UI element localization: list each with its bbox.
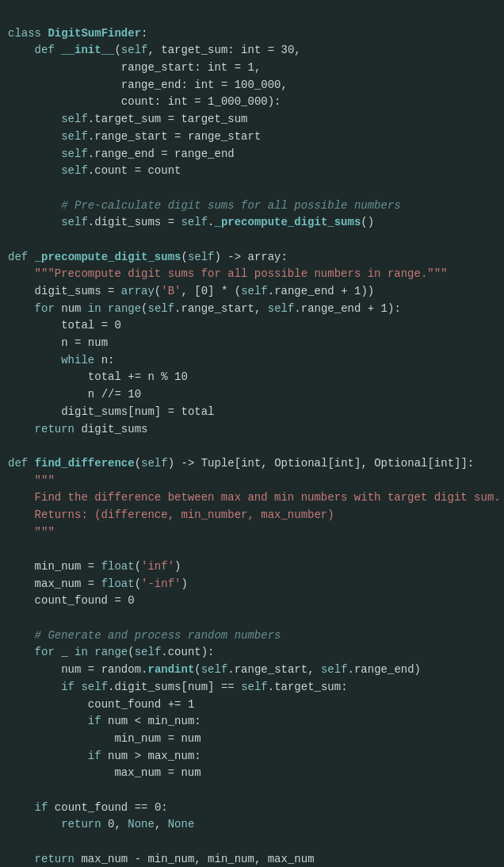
code-viewer: class DigitSumFinder: def __init__(self,… (8, 8, 504, 867)
